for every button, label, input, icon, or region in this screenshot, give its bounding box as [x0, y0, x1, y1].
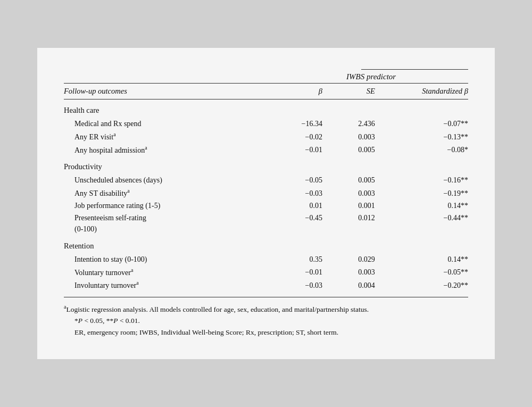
- table-container: IWBS predictor Follow-up outcomes β SE S…: [64, 69, 468, 338]
- row-beta: 0.01: [274, 200, 327, 211]
- col-beta-header: β: [274, 86, 327, 97]
- row-stdbeta: −0.16**: [379, 175, 468, 186]
- row-label: Medical and Rx spend: [64, 118, 274, 129]
- row-beta: −0.03: [274, 188, 327, 199]
- row-se: 0.005: [327, 144, 379, 155]
- col-se-header: SE: [327, 86, 379, 97]
- superscript: a: [113, 131, 115, 137]
- table-row: Voluntary turnovera −0.01 0.003 −0.05**: [64, 265, 468, 279]
- footnote-p1: P: [78, 317, 82, 325]
- row-stdbeta: −0.13**: [379, 131, 468, 143]
- row-stdbeta: −0.05**: [379, 267, 468, 278]
- row-beta: 0.35: [274, 254, 327, 265]
- row-se: 0.001: [327, 200, 379, 211]
- row-label: Voluntary turnovera: [64, 266, 274, 278]
- column-headers: Follow-up outcomes β SE Standardized β: [64, 83, 468, 100]
- iwbs-header: IWBS predictor: [274, 69, 468, 83]
- empty-header-space: [64, 69, 274, 83]
- footnote-3: ER, emergency room; IWBS, Individual Wel…: [64, 327, 468, 338]
- row-beta: −0.01: [274, 144, 327, 155]
- row-se: 0.012: [327, 212, 379, 223]
- superscript: a: [145, 145, 147, 151]
- section-productivity: Productivity Unscheduled absences (days)…: [64, 156, 468, 235]
- section-healthcare: Health care Medical and Rx spend −16.34 …: [64, 99, 468, 156]
- table-row: Medical and Rx spend −16.34 2.436 −0.07*…: [64, 118, 468, 130]
- row-stdbeta: −0.08*: [379, 144, 468, 155]
- row-se: 0.003: [327, 131, 379, 143]
- row-beta: −0.45: [274, 212, 327, 223]
- presenteeism-line1: Presenteeism self-rating: [74, 212, 274, 223]
- row-stdbeta: −0.20**: [379, 280, 468, 291]
- col-stdbeta-header: Standardized β: [379, 86, 468, 97]
- row-stdbeta: 0.14**: [379, 200, 468, 211]
- row-se: 0.029: [327, 254, 379, 265]
- table-row: Intention to stay (0-100) 0.35 0.029 0.1…: [64, 253, 468, 265]
- row-se: 2.436: [327, 118, 379, 129]
- row-beta: −0.02: [274, 131, 327, 143]
- footnote-p2: P: [113, 317, 118, 325]
- row-beta: −16.34: [274, 118, 327, 129]
- row-stdbeta: −0.07**: [379, 118, 468, 129]
- table-row: Job performance rating (1-5) 0.01 0.001 …: [64, 200, 468, 212]
- row-se: 0.003: [327, 267, 379, 278]
- row-beta: −0.03: [274, 280, 327, 291]
- row-label: Presenteeism self-rating (0-100): [64, 212, 274, 235]
- section-retention: Retention Intention to stay (0-100) 0.35…: [64, 235, 468, 292]
- table-row: Unscheduled absences (days) −0.05 0.005 …: [64, 174, 468, 186]
- table-row: Any hospital admissiona −0.01 0.005 −0.0…: [64, 143, 468, 156]
- row-label: Any ER visita: [64, 130, 274, 143]
- row-beta: −0.01: [274, 267, 327, 278]
- section-title-retention: Retention: [64, 235, 468, 253]
- row-beta: −0.05: [274, 175, 327, 186]
- table-row: Any ST disabilitya −0.03 0.003 −0.19**: [64, 186, 468, 200]
- table-row: Presenteeism self-rating (0-100) −0.45 0…: [64, 212, 468, 235]
- table-row: Any ER visita −0.02 0.003 −0.13**: [64, 130, 468, 143]
- row-stdbeta: 0.14**: [379, 254, 468, 265]
- footnote-2: *P < 0.05, **P < 0.01.: [64, 315, 468, 327]
- row-label: Unscheduled absences (days): [64, 175, 274, 186]
- section-title-productivity: Productivity: [64, 156, 468, 174]
- row-se: 0.005: [327, 175, 379, 186]
- row-label: Any hospital admissiona: [64, 144, 274, 156]
- row-label: Job performance rating (1-5): [64, 200, 274, 211]
- row-label: Involuntary turnovera: [64, 279, 274, 291]
- row-stdbeta: −0.44**: [379, 212, 468, 223]
- superscript: a: [127, 188, 129, 194]
- footnotes: aLogistic regression analysis. All model…: [64, 303, 468, 338]
- paper: IWBS predictor Follow-up outcomes β SE S…: [37, 48, 495, 359]
- iwbs-header-row: IWBS predictor: [64, 69, 468, 83]
- section-title-healthcare: Health care: [64, 99, 468, 118]
- col-outcome-header: Follow-up outcomes: [64, 86, 274, 97]
- top-border-line: [361, 69, 468, 70]
- row-se: 0.004: [327, 280, 379, 291]
- row-label: Intention to stay (0-100): [64, 254, 274, 265]
- iwbs-label: IWBS predictor: [346, 72, 396, 81]
- bottom-border-line: [64, 297, 468, 297]
- row-se: 0.003: [327, 188, 379, 199]
- footnote-1: aLogistic regression analysis. All model…: [64, 303, 468, 315]
- row-stdbeta: −0.19**: [379, 188, 468, 199]
- superscript: a: [136, 280, 138, 286]
- footnote-superscript: a: [64, 304, 66, 310]
- superscript: a: [131, 267, 133, 273]
- table-row: Involuntary turnovera −0.03 0.004 −0.20*…: [64, 278, 468, 292]
- row-label: Any ST disabilitya: [64, 187, 274, 199]
- presenteeism-line2: (0-100): [74, 223, 274, 235]
